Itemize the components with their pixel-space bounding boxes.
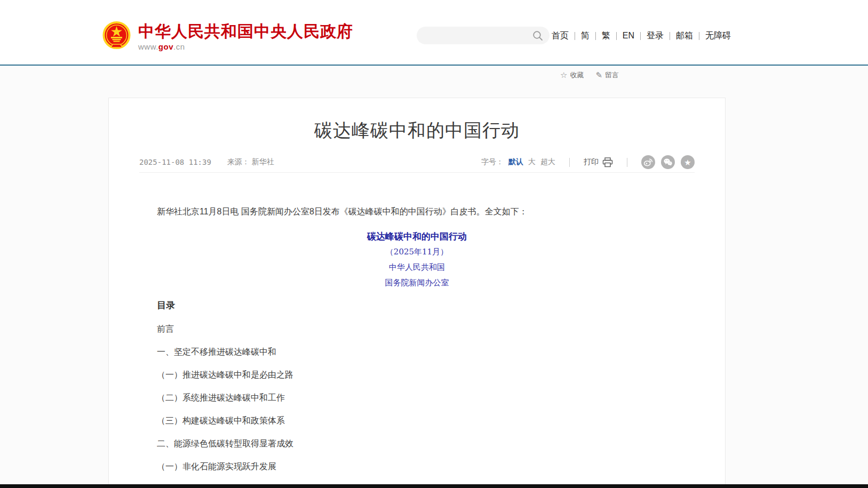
printer-icon	[602, 157, 613, 167]
nav-accessibility[interactable]: 无障碍	[705, 30, 731, 42]
toc-item-section2-1: （一）非化石能源实现跃升发展	[157, 461, 677, 473]
meta-controls: 字号： 默认 大 超大 打印	[481, 155, 695, 169]
document-title: 碳达峰碳中和的中国行动	[157, 231, 677, 243]
toc-item-section2: 二、能源绿色低碳转型取得显著成效	[157, 438, 677, 450]
intro-paragraph: 新华社北京11月8日电 国务院新闻办公室8日发布《碳达峰碳中和的中国行动》白皮书…	[157, 206, 677, 218]
share-icons: ★	[641, 155, 695, 169]
wechat-share-button[interactable]	[661, 155, 675, 169]
weibo-icon	[643, 157, 653, 167]
search-input[interactable]	[417, 27, 532, 44]
document-author-line1: 中华人民共和国	[157, 262, 677, 273]
article-card: 碳达峰碳中和的中国行动 2025-11-08 11:39 来源： 新华社 字号：…	[108, 98, 726, 488]
toc-item-section1-3: （三）构建碳达峰碳中和政策体系	[157, 415, 677, 427]
message-label: 留言	[605, 70, 619, 80]
nav-english[interactable]: EN	[623, 31, 634, 41]
nav-separator	[670, 32, 670, 40]
weibo-share-button[interactable]	[641, 155, 655, 169]
search-icon[interactable]	[532, 30, 544, 42]
nav-home[interactable]: 首页	[552, 30, 569, 42]
site-url-suffix: .cn	[173, 42, 185, 51]
article-title: 碳达峰碳中和的中国行动	[109, 118, 725, 142]
nav-separator	[699, 32, 699, 40]
site-url-prefix: www.	[138, 42, 158, 51]
article-tools: ☆ 收藏 ✎ 留言	[560, 70, 619, 80]
font-size-large[interactable]: 大	[528, 157, 536, 167]
toc-heading: 目录	[157, 299, 677, 312]
site-logo[interactable]: 中华人民共和国中央人民政府 www.gov.cn	[102, 21, 353, 52]
nav-traditional[interactable]: 繁	[602, 30, 610, 42]
article-meta-row: 2025-11-08 11:39 来源： 新华社 字号： 默认 大 超大 打印	[139, 156, 695, 173]
site-header: 中华人民共和国中央人民政府 www.gov.cn 首页 简 繁 EN 登录 邮箱	[0, 0, 868, 66]
favorite-button[interactable]: ☆ 收藏	[560, 70, 584, 80]
article-body: 新华社北京11月8日电 国务院新闻办公室8日发布《碳达峰碳中和的中国行动》白皮书…	[109, 206, 725, 473]
star-share-icon: ★	[684, 158, 691, 166]
wechat-icon	[663, 157, 673, 167]
page: 中华人民共和国中央人民政府 www.gov.cn 首页 简 繁 EN 登录 邮箱	[0, 0, 868, 488]
nav-separator	[640, 32, 641, 40]
nav-simplified[interactable]: 简	[581, 30, 590, 42]
site-url: www.gov.cn	[138, 42, 353, 51]
nav-separator	[575, 32, 575, 40]
search-box	[417, 27, 550, 44]
meta-separator	[627, 158, 627, 167]
meta-separator	[569, 158, 570, 167]
nav-mail[interactable]: 邮箱	[676, 30, 693, 42]
pencil-icon: ✎	[595, 70, 602, 80]
nav-login[interactable]: 登录	[647, 30, 664, 42]
nav-separator	[616, 32, 617, 40]
toc-item-section1: 一、坚定不移推进碳达峰碳中和	[157, 346, 677, 358]
font-size-xlarge[interactable]: 超大	[540, 157, 555, 167]
print-button[interactable]: 打印	[584, 157, 613, 167]
bottom-edge-bar	[0, 484, 868, 488]
font-size-label: 字号：	[481, 157, 504, 167]
publish-date: 2025-11-08 11:39	[139, 158, 211, 166]
national-emblem-icon	[102, 21, 131, 52]
nav-separator	[595, 32, 596, 40]
favorite-label: 收藏	[570, 70, 584, 80]
source-value: 新华社	[252, 157, 274, 166]
site-url-core: gov	[158, 42, 173, 51]
toc-item-section1-1: （一）推进碳达峰碳中和是必由之路	[157, 369, 677, 381]
font-size-default[interactable]: 默认	[508, 157, 523, 167]
top-nav: 首页 简 繁 EN 登录 邮箱 无障碍	[552, 30, 731, 42]
star-share-button[interactable]: ★	[681, 155, 695, 169]
site-identity: 中华人民共和国中央人民政府 www.gov.cn	[138, 21, 353, 51]
document-author-line2: 国务院新闻办公室	[157, 277, 677, 288]
toc-item-section1-2: （二）系统推进碳达峰碳中和工作	[157, 392, 677, 404]
site-title: 中华人民共和国中央人民政府	[138, 22, 353, 41]
toc-item-preface: 前言	[157, 323, 677, 335]
source-label: 来源：	[227, 157, 250, 166]
star-outline-icon: ☆	[560, 70, 567, 80]
document-date: （2025年11月）	[157, 246, 677, 257]
print-label: 打印	[584, 157, 599, 167]
source: 来源： 新华社	[227, 157, 274, 167]
message-button[interactable]: ✎ 留言	[595, 70, 619, 80]
